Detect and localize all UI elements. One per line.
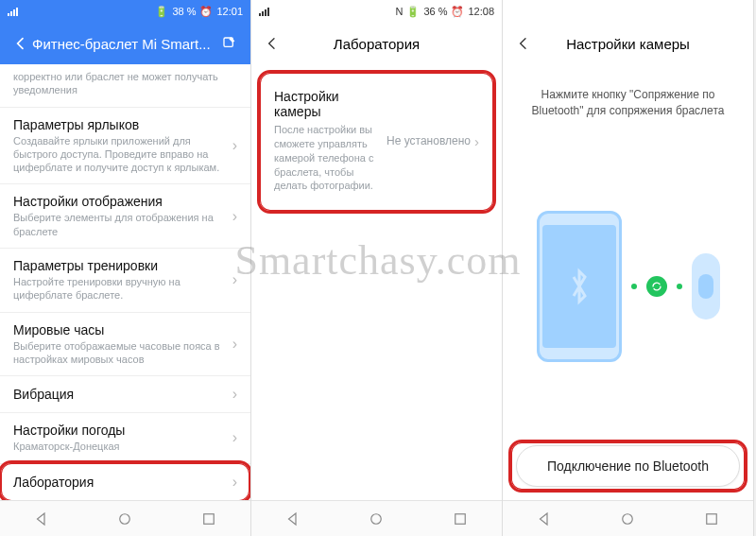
edit-icon <box>222 36 237 51</box>
nav-home[interactable] <box>116 510 133 527</box>
battery-icon: 🔋 <box>155 6 168 18</box>
svg-point-5 <box>623 513 633 524</box>
nav-recent[interactable] <box>703 510 720 527</box>
page-title: Лаборатория <box>284 36 470 52</box>
chevron-right-icon: › <box>474 133 479 149</box>
statusbar: 🔋 38 % ⏰ 12:01 <box>0 0 250 23</box>
chevron-right-icon: › <box>232 271 237 288</box>
chevron-left-icon <box>265 36 280 51</box>
row-label: Настройки погоды <box>13 423 227 438</box>
list-item-weather[interactable]: Настройки погоды Краматорск-Донецкая › <box>0 413 250 463</box>
band-icon <box>692 253 720 320</box>
phone-icon <box>537 211 622 362</box>
button-label: Подключение по Bluetooth <box>547 458 709 474</box>
row-sub: Выберите отображаемые часовые пояса в на… <box>13 339 227 367</box>
circle-home-icon <box>368 510 385 527</box>
list-item-truncated[interactable]: корректно или браслет не может получать … <box>0 64 250 108</box>
page-title: Фитнес-браслет Mi Smart... <box>32 36 218 52</box>
row-sub: Краматорск-Донецкая <box>13 440 227 453</box>
row-sub: Настройте тренировки вручную на цифербла… <box>13 275 227 303</box>
connect-bluetooth-button[interactable]: Подключение по Bluetooth <box>516 445 740 487</box>
battery-percent: 38 % <box>172 6 196 17</box>
dot-icon <box>677 284 682 289</box>
chevron-right-icon: › <box>232 429 237 446</box>
bluetooth-icon <box>566 268 593 305</box>
svg-rect-6 <box>707 513 717 524</box>
chevron-right-icon: › <box>232 386 237 403</box>
square-recent-icon <box>200 510 217 527</box>
back-button[interactable] <box>261 36 284 51</box>
nav-back[interactable] <box>33 510 50 527</box>
nav-recent[interactable] <box>452 510 469 527</box>
pairing-illustration <box>503 129 753 445</box>
alarm-icon: ⏰ <box>451 6 464 18</box>
svg-rect-4 <box>455 513 466 524</box>
row-label: Лаборатория <box>13 475 227 490</box>
signal-icon <box>8 7 18 16</box>
row-label: Настройки отображения <box>13 194 227 209</box>
clock: 12:01 <box>216 6 243 17</box>
row-label: Мировые часы <box>13 322 227 337</box>
list-item-vibration[interactable]: Вибрация › <box>0 376 250 413</box>
header: Настройки камеры <box>503 23 753 64</box>
list-item-display[interactable]: Настройки отображения Выберите элементы … <box>0 184 250 249</box>
header: Фитнес-браслет Mi Smart... <box>0 23 250 64</box>
clock: 12:08 <box>468 6 494 17</box>
battery-icon: 🔋 <box>406 6 420 18</box>
square-recent-icon <box>703 510 720 527</box>
chevron-right-icon: › <box>232 474 237 491</box>
chevron-left-icon <box>516 36 531 51</box>
triangle-back-icon <box>536 510 553 527</box>
row-label: Вибрация <box>13 387 227 402</box>
row-value: Не установлено <box>387 134 471 147</box>
triangle-back-icon <box>33 510 50 527</box>
nav-home[interactable] <box>368 510 385 527</box>
android-navbar <box>251 500 502 536</box>
row-sub: корректно или браслет не может получать … <box>13 70 237 97</box>
sync-icon <box>646 276 667 297</box>
chevron-right-icon: › <box>232 137 237 154</box>
nav-recent[interactable] <box>200 510 217 527</box>
statusbar <box>503 0 753 23</box>
chevron-right-icon: › <box>232 208 237 225</box>
row-label: Настройки камеры <box>274 89 387 119</box>
row-sub: После настройки вы сможете управлять кам… <box>274 123 387 193</box>
settings-list: корректно или браслет не может получать … <box>0 64 250 500</box>
android-navbar <box>0 500 250 536</box>
alarm-icon: ⏰ <box>199 6 213 18</box>
circle-home-icon <box>116 510 133 527</box>
dot-icon <box>631 284 637 289</box>
list-item-workout[interactable]: Параметры тренировки Настройте тренировк… <box>0 249 250 313</box>
nav-home[interactable] <box>619 510 636 527</box>
android-navbar <box>503 500 753 536</box>
list-item-camera-settings[interactable]: Настройки камеры После настройки вы смож… <box>261 78 492 204</box>
statusbar: N 🔋 36 % ⏰ 12:08 <box>251 0 502 23</box>
signal-icon <box>259 7 269 16</box>
row-label: Параметры тренировки <box>13 258 227 273</box>
chevron-right-icon: › <box>232 336 237 353</box>
triangle-back-icon <box>284 510 301 527</box>
square-recent-icon <box>452 510 469 527</box>
chevron-left-icon <box>13 36 28 51</box>
row-sub: Создавайте ярлыки приложений для быстрог… <box>13 134 227 175</box>
battery-percent: 36 % <box>423 6 447 17</box>
back-button[interactable] <box>9 36 32 51</box>
svg-point-1 <box>120 513 130 524</box>
edit-button[interactable] <box>218 36 241 51</box>
screen-lab: N 🔋 36 % ⏰ 12:08 Лаборатория Настройки к… <box>251 0 503 536</box>
header: Лаборатория <box>251 23 502 64</box>
screen-device-settings: 🔋 38 % ⏰ 12:01 Фитнес-браслет Mi Smart..… <box>0 0 251 536</box>
list-item-shortcuts[interactable]: Параметры ярлыков Создавайте ярлыки прил… <box>0 108 250 185</box>
list-item-worldclock[interactable]: Мировые часы Выберите отображаемые часов… <box>0 313 250 377</box>
nav-back[interactable] <box>536 510 553 527</box>
list-item-lab[interactable]: Лаборатория › <box>0 464 250 500</box>
svg-point-3 <box>371 513 382 524</box>
row-label: Параметры ярлыков <box>13 117 227 132</box>
nav-back[interactable] <box>284 510 301 527</box>
pairing-prompt: Нажмите кнопку "Сопряжение по Bluetooth"… <box>503 64 753 129</box>
nfc-icon: N <box>395 6 403 17</box>
circle-home-icon <box>619 510 636 527</box>
page-title: Настройки камеры <box>535 36 721 52</box>
back-button[interactable] <box>512 36 535 51</box>
screen-camera-settings: Настройки камеры Нажмите кнопку "Сопряже… <box>503 0 754 536</box>
